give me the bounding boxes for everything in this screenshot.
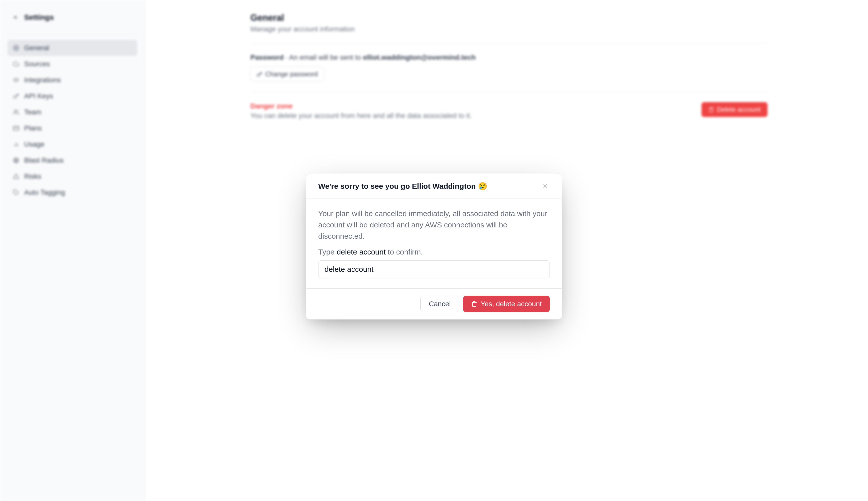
- cancel-button[interactable]: Cancel: [420, 296, 459, 312]
- confirm-delete-label: Yes, delete account: [481, 300, 542, 308]
- confirm-suffix: to confirm.: [386, 248, 423, 256]
- trash-icon: [471, 301, 477, 307]
- close-icon: [542, 183, 548, 189]
- delete-account-modal: We're sorry to see you go Elliot Wadding…: [306, 173, 562, 320]
- modal-close-button[interactable]: [541, 181, 550, 191]
- confirm-delete-button[interactable]: Yes, delete account: [463, 296, 550, 312]
- modal-header: We're sorry to see you go Elliot Wadding…: [306, 173, 562, 199]
- modal-footer: Cancel Yes, delete account: [306, 288, 562, 319]
- modal-overlay: We're sorry to see you go Elliot Wadding…: [0, 0, 868, 501]
- modal-body: Your plan will be cancelled immediately,…: [306, 199, 562, 288]
- confirm-input[interactable]: [318, 260, 550, 278]
- confirm-instruction: Type delete account to confirm.: [318, 248, 550, 256]
- modal-title: We're sorry to see you go Elliot Wadding…: [318, 182, 487, 191]
- confirm-phrase: delete account: [336, 248, 386, 256]
- confirm-prefix: Type: [318, 248, 336, 256]
- modal-body-text: Your plan will be cancelled immediately,…: [318, 208, 550, 242]
